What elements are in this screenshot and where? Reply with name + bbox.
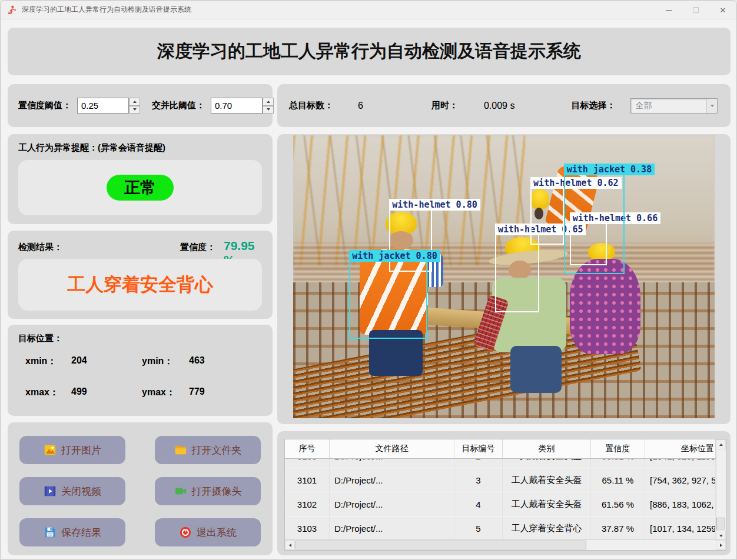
button-label: 退出系统 — [197, 526, 237, 539]
position-title: 目标位置： — [18, 333, 62, 343]
conf-spin-up-button[interactable] — [129, 98, 140, 106]
conf-spin-down-button[interactable] — [129, 106, 140, 114]
horizontal-scroll-thumb[interactable] — [296, 541, 586, 549]
table-header-path: 文件路径 — [330, 439, 454, 458]
table-cell-target: 5 — [454, 516, 503, 540]
scroll-right-icon — [720, 544, 722, 547]
position-panel: 目标位置： xmin： 204 ymin： 463 xmax： 499 ymax… — [8, 325, 273, 416]
target-select-value: 全部 — [631, 101, 706, 111]
exit-system-button[interactable]: 退出系统 — [155, 518, 261, 546]
chevron-down-icon — [711, 105, 714, 107]
ymin-value: 463 — [189, 355, 248, 368]
scroll-right-button[interactable] — [716, 540, 726, 550]
open-folder-button[interactable]: 打开文件夹 — [155, 436, 261, 464]
minimize-button[interactable] — [655, 1, 682, 19]
alert-status-box: 正常 — [18, 160, 262, 215]
app-window: 深度学习的工地工人异常行为自动检测及语音提示系统 ✕ 深度学习的工地工人异常行为… — [0, 0, 737, 560]
ymax-value: 779 — [189, 386, 248, 399]
table-cell-coords: [886, 183, 1062, 3 — [645, 492, 716, 516]
video-icon — [44, 485, 57, 498]
table-row[interactable]: 3102D:/Project/...4工人戴着安全头盔61.56 %[886, … — [285, 492, 716, 516]
open-camera-button[interactable]: 打开摄像头 — [155, 477, 261, 505]
table-cell-target: 3 — [454, 468, 503, 492]
vertical-scrollbar[interactable] — [716, 439, 726, 541]
target-select-dropdown[interactable]: 全部 — [630, 98, 718, 114]
xmax-label: xmax： — [25, 386, 71, 399]
spin-up-icon — [133, 101, 137, 103]
maximize-icon — [693, 7, 699, 13]
total-targets-label: 总目标数： — [289, 100, 333, 111]
detection-box: with-helmet 0.62 — [530, 188, 564, 245]
table-cell-path: D:/Project/... — [330, 516, 454, 540]
result-text-box: 工人穿着安全背心 — [18, 259, 262, 311]
alert-panel: 工人行为异常提醒：(异常会语音提醒) 正常 — [8, 134, 273, 224]
xmin-value: 204 — [71, 355, 142, 368]
close-video-button[interactable]: 关闭视频 — [19, 477, 125, 505]
save-icon — [44, 526, 57, 539]
scroll-up-icon — [719, 444, 723, 446]
table-header-coords: 坐标位置 — [645, 439, 716, 458]
table-cell-seq: 3102 — [285, 492, 330, 516]
table-cell-target: 2 — [454, 459, 503, 468]
save-results-button[interactable]: 保存结果 — [19, 518, 125, 546]
iou-spin-down-button[interactable] — [263, 106, 274, 114]
conf-threshold-label: 置信度阈值： — [18, 100, 71, 111]
table-header-class: 类别 — [503, 439, 591, 458]
title-bar: 深度学习的工地工人异常行为自动检测及语音提示系统 ✕ — [1, 1, 736, 19]
camera-icon — [174, 485, 187, 498]
open-image-button[interactable]: 打开图片 — [19, 436, 125, 464]
time-label: 用时： — [431, 100, 458, 111]
table-cell-cls: 工人戴着安全头盔 — [503, 468, 591, 492]
table-cell-conf: 65.11 % — [591, 468, 645, 492]
spin-down-icon — [267, 108, 270, 111]
table-row[interactable]: 3103D:/Project/...5工人穿着安全背心37.87 %[1017,… — [285, 516, 716, 541]
scroll-left-button[interactable] — [285, 540, 295, 550]
result-panel: 检测结果： 置信度： 79.95 % 工人穿着安全背心 — [8, 231, 273, 319]
table-cell-seq: 3100 — [285, 459, 330, 468]
conf-threshold-input[interactable] — [77, 98, 129, 114]
image-icon — [44, 444, 57, 456]
detection-label: with jacket 0.80 — [349, 250, 440, 262]
spin-up-icon — [267, 101, 270, 103]
iou-threshold-label: 交并比阈值： — [152, 100, 205, 111]
ymin-label: ymin： — [142, 355, 189, 368]
vertical-scroll-thumb[interactable] — [716, 518, 725, 529]
table-header-target: 目标编号 — [454, 439, 503, 458]
thresholds-panel: 置信度阈值： 交并比阈值： — [8, 84, 273, 127]
results-table-panel: 序号 文件路径 目标编号 类别 置信度 坐标位置 3100D:/Project/… — [277, 431, 731, 555]
table-header-conf: 置信度 — [591, 439, 645, 458]
maximize-button[interactable] — [682, 1, 709, 19]
table-row[interactable]: 3100D:/Project/...2工人戴着安全头盔66.01 %[1041,… — [285, 459, 716, 468]
table-cell-path: D:/Project/... — [330, 459, 454, 468]
power-icon — [179, 526, 192, 539]
stats-panel: 总目标数： 6 用时： 0.009 s 目标选择： 全部 — [277, 84, 731, 127]
actions-panel: 打开图片 打开文件夹 关闭视频 — [8, 422, 273, 555]
scroll-left-icon — [289, 544, 291, 547]
iou-threshold-spinner — [211, 98, 274, 114]
horizontal-scrollbar[interactable] — [285, 539, 726, 550]
detection-box: with jacket 0.38 — [564, 174, 625, 274]
table-cell-path: D:/Project/... — [330, 492, 454, 516]
app-logo-worker-icon — [6, 5, 17, 15]
folder-icon — [174, 444, 187, 456]
iou-threshold-input[interactable] — [211, 98, 263, 114]
result-label: 检测结果： — [18, 242, 62, 253]
confidence-label: 置信度： — [180, 242, 215, 253]
table-cell-cls: 工人穿着安全背心 — [503, 516, 591, 540]
table-cell-target: 4 — [454, 492, 503, 516]
table-cell-cls: 工人戴着安全头盔 — [503, 492, 591, 516]
dropdown-arrow-button[interactable] — [706, 99, 717, 113]
close-button[interactable]: ✕ — [709, 1, 736, 19]
iou-spin-up-button[interactable] — [263, 98, 274, 106]
conf-threshold-spinner — [77, 98, 140, 114]
ymax-label: ymax： — [142, 386, 189, 399]
minimize-icon — [666, 10, 672, 11]
table-header-seq: 序号 — [285, 439, 330, 458]
table-cell-conf: 37.87 % — [591, 516, 645, 540]
spin-down-icon — [133, 108, 137, 111]
status-badge: 正常 — [107, 175, 174, 201]
scroll-up-button[interactable] — [716, 439, 726, 449]
xmin-label: xmin： — [25, 355, 71, 368]
table-cell-coords: [1017, 134, 1259, 3 — [645, 516, 716, 540]
table-row[interactable]: 3101D:/Project/...3工人戴着安全头盔65.11 %[754, … — [285, 468, 716, 492]
